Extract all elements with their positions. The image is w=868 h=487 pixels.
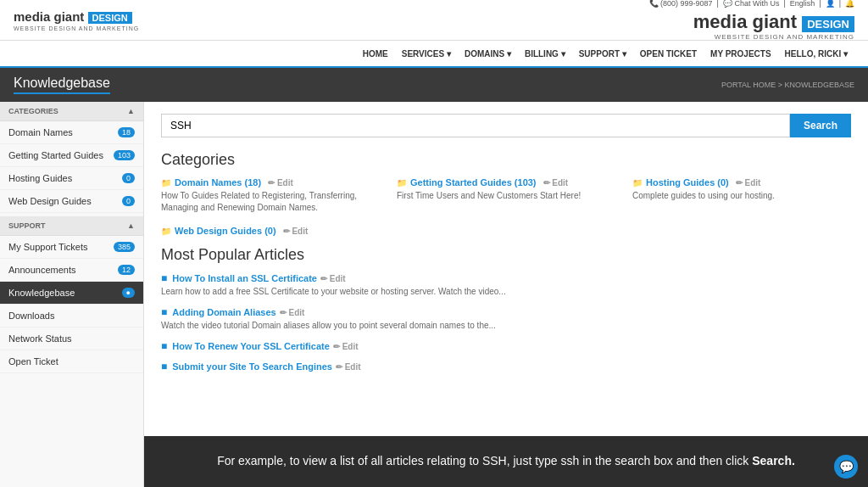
- sidebar-item-getting-started[interactable]: Getting Started Guides 103: [0, 144, 143, 167]
- sidebar: CATEGORIES ▲ Domain Names 18 Getting Sta…: [0, 102, 144, 487]
- category-hosting-link[interactable]: 📁 Hosting Guides (0) ✏ Edit: [632, 177, 851, 188]
- folder-icon-3: 📁: [632, 178, 643, 188]
- category-web-design-row: 📁 Web Design Guides (0) ✏ Edit: [161, 226, 851, 236]
- page-title-bar: Knowledgebase PORTAL HOME > KNOWLEDGEBAS…: [0, 68, 868, 102]
- article-item-3: ■ How To Renew Your SSL Certificate ✏ Ed…: [161, 340, 851, 352]
- overlay-text: For example, to view a list of all artic…: [217, 454, 752, 467]
- logo-large: media giant DESIGN WEBSITE DESIGN AND MA…: [649, 11, 854, 41]
- nav-item-domains[interactable]: DOMAINS ▾: [458, 49, 518, 59]
- article-3-edit[interactable]: ✏ Edit: [333, 342, 359, 351]
- nav-item-support[interactable]: SUPPORT ▾: [572, 49, 633, 59]
- article-2-desc: Watch the video tutorial Domain aliases …: [161, 320, 851, 332]
- categories-section-title: Categories: [161, 151, 851, 169]
- article-4-title[interactable]: ■ Submit your Site To Search Engines ✏ E…: [161, 361, 851, 372]
- folder-icon: 📁: [161, 178, 171, 188]
- article-1-desc: Learn how to add a free SSL Certificate …: [161, 286, 851, 298]
- page-title: Knowledgebase: [14, 76, 110, 94]
- breadcrumb: PORTAL HOME > KNOWLEDGEBASE: [721, 81, 854, 89]
- bullet-3: ■: [161, 340, 167, 352]
- category-getting-started-desc: First Time Users and New Customers Start…: [397, 190, 615, 202]
- main-content: CATEGORIES ▲ Domain Names 18 Getting Sta…: [0, 102, 868, 487]
- article-4-edit[interactable]: ✏ Edit: [336, 362, 361, 372]
- overlay-tooltip: For example, to view a list of all artic…: [144, 436, 868, 487]
- article-item-2: ■ Adding Domain Aliases ✏ Edit Watch the…: [161, 306, 851, 332]
- article-2-title[interactable]: ■ Adding Domain Aliases ✏ Edit: [161, 306, 851, 318]
- logo-text: media giant: [14, 9, 88, 24]
- categories-grid: 📁 Domain Names (18) ✏ Edit How To Guides…: [161, 177, 851, 214]
- logo: media giant DESIGN: [14, 9, 132, 24]
- category-domain-desc: How To Guides Related to Registering, Tr…: [161, 190, 380, 214]
- article-2-edit[interactable]: ✏ Edit: [280, 308, 305, 317]
- search-input[interactable]: [161, 114, 790, 137]
- category-domain-names: 📁 Domain Names (18) ✏ Edit How To Guides…: [161, 177, 380, 214]
- popular-articles-title: Most Popular Articles: [161, 246, 851, 264]
- sidebar-item-domain-names[interactable]: Domain Names 18: [0, 121, 143, 144]
- category-hosting-desc: Complete guides to using our hosting.: [632, 190, 851, 202]
- sidebar-item-knowledgebase[interactable]: Knowledgebase ●: [0, 282, 143, 305]
- edit-icon[interactable]: ✏ Edit: [268, 178, 293, 188]
- nav-item-home[interactable]: HOME: [356, 49, 395, 59]
- bullet-2: ■: [161, 306, 167, 318]
- sidebar-categories-title: CATEGORIES ▲: [0, 102, 143, 121]
- sidebar-support-title: SUPPORT ▲: [0, 216, 143, 236]
- folder-icon-4: 📁: [161, 227, 171, 236]
- search-button[interactable]: Search: [790, 114, 851, 137]
- phone-number: 📞 (800) 999-9087 | 💬 Chat With Us | Engl…: [649, 0, 854, 8]
- articles-section: Most Popular Articles ■ How To Install a…: [161, 246, 851, 372]
- category-getting-started-link[interactable]: 📁 Getting Started Guides (103) ✏ Edit: [397, 177, 615, 188]
- bullet-4: ■: [161, 361, 167, 372]
- sidebar-item-web-design[interactable]: Web Design Guides 0: [0, 190, 143, 213]
- chat-button[interactable]: 💬: [834, 455, 858, 479]
- search-bar: Search: [161, 114, 851, 137]
- category-getting-started: 📁 Getting Started Guides (103) ✏ Edit Fi…: [397, 177, 615, 214]
- sidebar-item-hosting-guides[interactable]: Hosting Guides 0: [0, 167, 143, 190]
- sidebar-item-announcements[interactable]: Announcements 12: [0, 259, 143, 282]
- chevron-up-icon: ▲: [127, 107, 135, 115]
- top-right-info: 📞 (800) 999-9087 | 💬 Chat With Us | Engl…: [649, 0, 854, 41]
- logo-design: DESIGN: [88, 12, 132, 24]
- nav-item-user[interactable]: HELLO, RICKI ▾: [778, 49, 854, 59]
- sidebar-item-open-ticket[interactable]: Open Ticket: [0, 350, 143, 373]
- nav-item-services[interactable]: SERVICES ▾: [395, 49, 458, 59]
- sidebar-item-network-status[interactable]: Network Status: [0, 327, 143, 350]
- edit-icon-2[interactable]: ✏ Edit: [543, 178, 569, 188]
- category-domain-names-link[interactable]: 📁 Domain Names (18) ✏ Edit: [161, 177, 380, 188]
- content-area: Search Categories 📁 Domain Names (18) ✏ …: [144, 102, 868, 487]
- category-web-design-link[interactable]: 📁 Web Design Guides (0) ✏ Edit: [161, 226, 851, 236]
- chevron-up-icon-support: ▲: [127, 221, 135, 230]
- edit-icon-4[interactable]: ✏ Edit: [283, 227, 309, 236]
- bullet-1: ■: [161, 272, 167, 284]
- article-item-4: ■ Submit your Site To Search Engines ✏ E…: [161, 361, 851, 372]
- sidebar-item-downloads[interactable]: Downloads: [0, 305, 143, 327]
- article-1-edit[interactable]: ✏ Edit: [320, 274, 346, 283]
- article-1-title[interactable]: ■ How To Install an SSL Certificate ✏ Ed…: [161, 272, 851, 284]
- top-header: media giant DESIGN WEBSITE DESIGN AND MA…: [0, 0, 868, 41]
- nav-item-billing[interactable]: BILLING ▾: [518, 49, 572, 59]
- folder-icon-2: 📁: [397, 178, 407, 188]
- nav-item-open-ticket[interactable]: OPEN TICKET: [633, 49, 704, 59]
- edit-icon-3[interactable]: ✏ Edit: [736, 178, 761, 188]
- category-hosting: 📁 Hosting Guides (0) ✏ Edit Complete gui…: [632, 177, 851, 214]
- logo-area: media giant DESIGN WEBSITE DESIGN AND MA…: [14, 9, 139, 31]
- article-item-1: ■ How To Install an SSL Certificate ✏ Ed…: [161, 272, 851, 298]
- overlay-bold: Search.: [752, 454, 795, 467]
- nav-item-my-projects[interactable]: MY PROJECTS: [704, 49, 778, 59]
- logo-sub: WEBSITE DESIGN AND MARKETING: [14, 25, 139, 31]
- article-3-title[interactable]: ■ How To Renew Your SSL Certificate ✏ Ed…: [161, 340, 851, 352]
- nav-bar: HOME SERVICES ▾ DOMAINS ▾ BILLING ▾ SUPP…: [0, 41, 868, 68]
- sidebar-item-my-tickets[interactable]: My Support Tickets 385: [0, 236, 143, 259]
